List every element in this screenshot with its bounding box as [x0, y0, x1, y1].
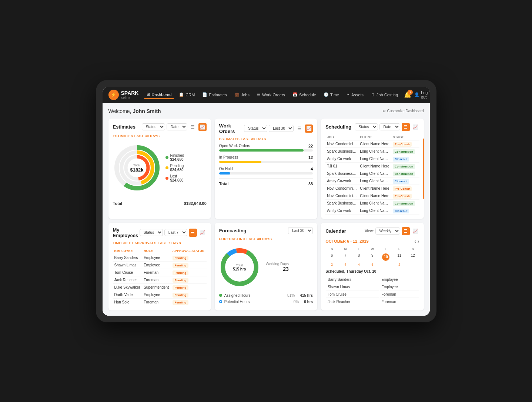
work-orders-list-btn[interactable]: ☰	[295, 124, 303, 133]
forecast-assigned: Assigned Hours 81% 415 hrs	[219, 293, 313, 298]
forecasting-section-label: FORECASTING LAST 30 DAYS	[219, 237, 313, 241]
cal-header-t2: T	[379, 246, 392, 252]
notifications-button[interactable]: 🔔 2	[404, 91, 411, 98]
emp-name: Luke Skywalker	[113, 283, 143, 291]
emp-role: Foreman	[142, 298, 171, 306]
sched-stage: Closeout	[391, 207, 419, 214]
logo-name: SPARK	[121, 90, 139, 96]
employees-list-btn[interactable]: ☰	[189, 229, 197, 237]
sched-col-job: JOB	[325, 134, 358, 140]
cal-header-s2: S	[406, 246, 419, 252]
calendar-chart-btn[interactable]: 📈	[411, 227, 419, 235]
nav-time[interactable]: 🕐 Time	[321, 91, 342, 99]
dashboard-icon: ⊞	[147, 92, 150, 97]
tablet-screen: ⚡ SPARK Select ⊞ Dashboard 📋 CRM 📄 Estim…	[103, 87, 430, 316]
potential-label: Potential Hours	[224, 300, 250, 304]
cal-sched-name: Jack Reacher	[326, 299, 379, 305]
wo-open: Open Work Orders 22	[219, 144, 313, 152]
forecasting-wd-value: 23	[266, 266, 289, 272]
wo-onhold-fill	[219, 172, 230, 175]
estimates-list-view-btn[interactable]: ☰	[189, 123, 197, 131]
estimates-chart-view-btn[interactable]: 📈	[198, 123, 207, 131]
work-orders-icon: ☰	[257, 92, 261, 97]
scheduled-table: Barry Sanders Employee Shawn Limas Emplo…	[325, 276, 419, 306]
scheduling-card: Scheduling Status Date ☰ 📈	[321, 119, 424, 219]
welcome-bar: Welcome, John Smith ⚙ Customize Dashboar…	[108, 108, 424, 114]
calendar-next-btn[interactable]: ›	[418, 238, 419, 244]
nav-work-orders-label: Work Orders	[262, 93, 285, 97]
time-icon: 🕐	[324, 92, 329, 97]
estimates-donut-value: $182k	[130, 167, 143, 172]
work-orders-title: Work Orders	[219, 123, 244, 134]
nav-job-costing[interactable]: 🗒 Job Costing	[368, 91, 401, 99]
lost-label: Lost $24,680	[170, 174, 184, 182]
emp-role: Employee	[142, 254, 171, 261]
assigned-percent: 81%	[287, 293, 295, 298]
forecasting-wd-label: Working Days	[266, 262, 289, 266]
cal-day-12[interactable]: 12	[406, 252, 419, 262]
sched-job: Novi Condominiums	[325, 140, 358, 147]
sched-job: Spark Business Wor...	[325, 147, 358, 155]
calendar-list-btn[interactable]: ☰	[402, 227, 410, 235]
logo-icon: ⚡	[108, 90, 119, 100]
scheduling-list-btn[interactable]: ☰	[402, 123, 410, 131]
emp-name: Darth Vader	[113, 291, 143, 298]
cal-day-6[interactable]: 6	[325, 252, 338, 262]
cal-sched-role: Employee	[380, 276, 418, 283]
nav-jobs-label: Jobs	[241, 93, 250, 97]
cal-day-11[interactable]: 11	[393, 252, 406, 262]
cal-day-8[interactable]: 8	[352, 252, 365, 262]
nav-crm[interactable]: 📋 CRM	[176, 91, 198, 99]
calendar-view-select[interactable]: Weekly	[375, 227, 400, 235]
scheduling-status-select[interactable]: Status	[355, 123, 378, 130]
employees-chart-btn[interactable]: 📈	[198, 229, 207, 237]
nav-schedule[interactable]: 📅 Schedule	[290, 91, 319, 99]
estimates-card-header: Estimates Status Date ☰ 📈	[113, 123, 207, 131]
estimates-status-select[interactable]: Status	[142, 123, 165, 130]
work-orders-status-select[interactable]: Status	[244, 125, 267, 132]
logout-icon: 👤	[414, 92, 419, 97]
wo-open-fill	[219, 149, 304, 152]
wo-inprogress-count: 12	[308, 155, 313, 160]
estimates-legend-finished: Finished $24,680	[165, 153, 184, 162]
work-orders-last30-select[interactable]: Last 30	[269, 125, 294, 132]
sched-client: Long Client Nam...	[358, 177, 391, 185]
pending-label: Pending $24,680	[170, 164, 184, 172]
emp-role: Employee	[142, 291, 171, 298]
nav-assets[interactable]: ✂ Assets	[344, 91, 367, 99]
employees-last7-select[interactable]: Last 7	[164, 229, 187, 236]
cal-day-9[interactable]: 9	[366, 252, 379, 262]
nav-jobs[interactable]: 💼 Jobs	[231, 91, 252, 99]
scheduling-date-select[interactable]: Date	[379, 123, 400, 130]
job-costing-icon: 🗒	[371, 93, 375, 97]
work-orders-chart-btn[interactable]: 📈	[305, 124, 313, 133]
table-row: Novi Condominiums Client Name Here Pre-C…	[325, 185, 419, 192]
list-item: Jack Reacher Foreman	[326, 299, 418, 305]
sched-client: Long Client Nam...	[358, 199, 391, 207]
cal-header-f: F	[393, 246, 406, 252]
estimates-date-select[interactable]: Date	[167, 123, 187, 130]
calendar-card: Calendar View: Weekly ☰ 📈 OCTOBER 6 - 12…	[321, 223, 424, 310]
emp-role: Foreman	[142, 276, 171, 283]
sched-stage: Pre-Constr	[391, 185, 419, 192]
emp-status: Pending	[171, 269, 207, 276]
cal-sub-8: 4	[352, 263, 365, 266]
sched-job: Amity Co-work	[325, 207, 358, 214]
main-content: Welcome, John Smith ⚙ Customize Dashboar…	[103, 103, 430, 316]
nav-estimates[interactable]: 📄 Estimates	[199, 91, 230, 99]
cal-day-10[interactable]: 10	[379, 252, 392, 262]
calendar-nav: ‹ ›	[414, 238, 419, 244]
table-row: Spark Business Wor... Long Client Nam...…	[325, 147, 419, 155]
employees-title: My Employees	[113, 227, 140, 238]
nav-dashboard[interactable]: ⊞ Dashboard	[144, 90, 174, 99]
cal-day-7[interactable]: 7	[339, 252, 352, 262]
cal-sub-9: 8	[366, 263, 379, 266]
wo-open-label: Open Work Orders	[219, 144, 250, 148]
employees-status-select[interactable]: Status	[140, 229, 163, 236]
nav-work-orders[interactable]: ☰ Work Orders	[254, 91, 288, 99]
logout-button[interactable]: 👤 Log out	[414, 90, 428, 99]
scheduling-chart-btn[interactable]: 📈	[411, 123, 419, 131]
customize-dashboard-button[interactable]: ⚙ Customize Dashboard	[382, 109, 424, 113]
calendar-prev-btn[interactable]: ‹	[414, 238, 416, 244]
forecasting-last30-select[interactable]: Last 30	[288, 227, 313, 234]
